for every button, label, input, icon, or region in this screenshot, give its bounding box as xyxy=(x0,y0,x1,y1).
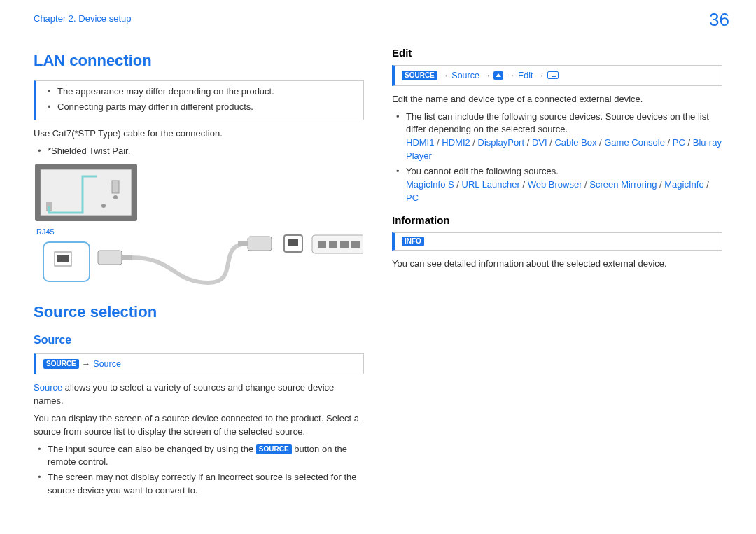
svg-rect-14 xyxy=(288,239,298,246)
arrow-icon: → xyxy=(506,69,515,82)
edit-path-box: SOURCE → Source → → Edit → xyxy=(392,65,722,86)
heading-source-selection: Source selection xyxy=(34,301,364,323)
cable-and-hub-illustration xyxy=(34,234,363,288)
source-paragraph-2: You can display the screen of a source d… xyxy=(34,412,364,439)
note-box: The appearance may differ depending on t… xyxy=(34,80,364,121)
source-list-locked: MagicInfo S / URL Launcher / Web Browser… xyxy=(406,179,709,203)
source-list-editable: HDMI1 / HDMI2 / DisplayPort / DVI / Cabl… xyxy=(406,137,722,161)
svg-rect-8 xyxy=(57,255,69,262)
arrow-icon: → xyxy=(536,69,545,82)
svg-rect-18 xyxy=(340,241,349,248)
source-button-badge: SOURCE xyxy=(43,359,79,369)
svg-rect-10 xyxy=(122,255,132,260)
path-item: Source xyxy=(93,358,121,370)
source-button-badge: SOURCE xyxy=(402,71,438,80)
source-button-badge-inline: SOURCE xyxy=(256,444,292,454)
svg-rect-11 xyxy=(248,237,272,251)
subheading-information: Information xyxy=(392,213,722,228)
stp-note: *Shielded Twist Pair. xyxy=(38,145,364,158)
svg-rect-19 xyxy=(351,241,360,248)
cable-instruction: Use Cat7(*STP Type) cable for the connec… xyxy=(34,127,364,141)
source-term: Source xyxy=(34,382,62,393)
svg-rect-9 xyxy=(98,251,122,265)
edit-intro: Edit the name and device type of a conne… xyxy=(392,93,722,106)
edit-bullet: You cannot edit the following sources. M… xyxy=(396,165,722,205)
breadcrumb: Chapter 2. Device setup xyxy=(34,13,722,26)
up-arrow-icon xyxy=(493,71,503,80)
arrow-icon: → xyxy=(440,69,449,82)
lan-diagram: RJ45 xyxy=(34,162,364,288)
svg-point-4 xyxy=(113,195,118,199)
arrow-icon: → xyxy=(82,358,91,370)
source-bullet-2: The screen may not display correctly if … xyxy=(38,471,364,498)
source-bullet-1: The input source can also be changed by … xyxy=(38,443,364,470)
info-path-box: INFO xyxy=(392,232,722,251)
source-paragraph-1: Source allows you to select a variety of… xyxy=(34,381,364,408)
arrow-icon: → xyxy=(482,69,491,82)
svg-rect-12 xyxy=(238,241,248,246)
enter-icon xyxy=(547,71,559,79)
heading-lan-connection: LAN connection xyxy=(34,50,364,72)
info-button-badge: INFO xyxy=(402,237,424,246)
note-item: The appearance may differ depending on t… xyxy=(48,85,355,99)
path-item: Edit xyxy=(518,69,533,82)
subheading-source: Source xyxy=(34,332,364,348)
source-path-box: SOURCE → Source xyxy=(34,353,364,374)
svg-rect-3 xyxy=(112,181,119,193)
device-panel-illustration xyxy=(34,162,139,225)
right-column: Edit SOURCE → Source → → Edit → Edit the… xyxy=(392,45,722,500)
path-item: Source xyxy=(451,69,479,82)
page-number: 36 xyxy=(709,7,729,34)
note-item: Connecting parts may differ in different… xyxy=(48,101,355,114)
edit-bullet: The list can include the following sourc… xyxy=(396,111,722,163)
svg-rect-17 xyxy=(329,241,337,248)
left-column: LAN connection The appearance may differ… xyxy=(34,45,364,500)
subheading-edit: Edit xyxy=(392,45,722,61)
svg-point-5 xyxy=(102,204,106,208)
svg-rect-16 xyxy=(318,241,326,248)
info-text: You can see detailed information about t… xyxy=(392,258,722,271)
